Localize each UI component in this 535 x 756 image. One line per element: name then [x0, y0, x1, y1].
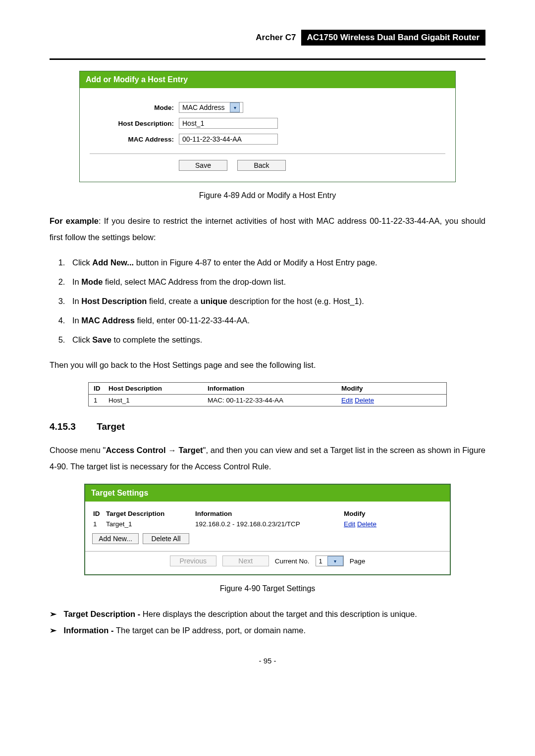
target-edit-link[interactable]: Edit — [344, 520, 355, 528]
target-settings-panel: Target Settings ID Target Description In… — [84, 484, 451, 575]
target-head-desc: Target Description — [106, 510, 195, 517]
figure-4-90-caption: Figure 4-90 Target Settings — [50, 584, 485, 593]
section-title: Target — [97, 421, 125, 432]
header-rule — [50, 58, 485, 60]
host-desc-input[interactable] — [179, 118, 278, 129]
hostlist-row-id: 1 — [94, 397, 108, 404]
hostlist-row: 1 Host_1 MAC: 00-11-22-33-44-AA Edit Del… — [89, 395, 446, 406]
target-row-id: 1 — [93, 520, 106, 528]
target-notes-list: Target Description - Here displays the d… — [50, 606, 485, 639]
page-label: Page — [350, 557, 366, 565]
target-row: 1 Target_1 192.168.0.2 - 192.168.0.23/21… — [92, 519, 443, 529]
delete-all-button[interactable]: Delete All — [143, 533, 189, 544]
section-number: 4.15.3 — [50, 421, 94, 432]
host-panel-title: Add or Modify a Host Entry — [80, 71, 455, 88]
chevron-down-icon[interactable]: ▾ — [230, 102, 240, 112]
mac-label: MAC Address: — [90, 136, 179, 143]
hostlist-row-desc: Host_1 — [108, 397, 208, 404]
model-label: Archer C7 — [251, 30, 301, 46]
example-paragraph: For example: If you desire to restrict t… — [50, 213, 485, 246]
step-3: In Host Description field, create a uniq… — [67, 293, 485, 309]
mac-input[interactable] — [179, 134, 278, 145]
hostlist-row-info: MAC: 00-11-22-33-44-AA — [208, 397, 341, 404]
panel-separator — [90, 153, 445, 154]
page-number-select[interactable]: 1 ▾ — [316, 555, 344, 566]
target-head-id: ID — [93, 510, 106, 517]
hostlist-head-info: Information — [208, 385, 341, 392]
hostlist-head-desc: Host Description — [108, 385, 208, 392]
example-bold: For example — [50, 216, 99, 225]
previous-button[interactable]: Previous — [170, 555, 216, 566]
host-list-table: ID Host Description Information Modify 1… — [88, 382, 447, 406]
host-desc-label: Host Description: — [90, 120, 179, 127]
steps-list: Click Add New... button in Figure 4-87 t… — [50, 254, 485, 348]
target-head-info: Information — [195, 510, 344, 517]
doc-header: Archer C7 AC1750 Wireless Dual Band Giga… — [50, 30, 485, 46]
page-number: - 95 - — [50, 656, 485, 665]
current-no-label: Current No. — [275, 557, 310, 565]
section-heading: 4.15.3 Target — [50, 421, 485, 432]
product-label: AC1750 Wireless Dual Band Gigabit Router — [301, 30, 485, 46]
target-row-info: 192.168.0.2 - 192.168.0.23/21/TCP — [195, 520, 344, 528]
then-paragraph: Then you will go back to the Host Settin… — [50, 357, 485, 373]
figure-4-89-caption: Figure 4-89 Add or Modify a Host Entry — [50, 191, 485, 200]
hostlist-head-mod: Modify — [341, 385, 391, 392]
page-number-value: 1 — [316, 557, 325, 565]
mode-select-value: MAC Address — [182, 103, 225, 111]
bullet-information: Information - The target can be IP addre… — [60, 622, 485, 639]
add-new-button[interactable]: Add New... — [92, 533, 139, 544]
step-5: Click Save to complete the settings. — [67, 332, 485, 348]
hostlist-edit-link[interactable]: Edit — [341, 397, 353, 404]
step-2: In Mode field, select MAC Address from t… — [67, 274, 485, 290]
step-4: In MAC Address field, enter 00-11-22-33-… — [67, 312, 485, 329]
target-delete-link[interactable]: Delete — [357, 520, 376, 528]
target-row-desc: Target_1 — [106, 520, 195, 528]
mode-label: Mode: — [90, 104, 179, 111]
save-button[interactable]: Save — [179, 160, 227, 171]
mode-select[interactable]: MAC Address ▾ — [179, 102, 243, 113]
target-intro-paragraph: Choose menu "Access Control → Target", a… — [50, 442, 485, 475]
bullet-target-description: Target Description - Here displays the d… — [60, 606, 485, 622]
next-button[interactable]: Next — [222, 555, 269, 566]
step-1: Click Add New... button in Figure 4-87 t… — [67, 254, 485, 271]
target-head-mod: Modify — [344, 510, 393, 517]
target-separator — [85, 551, 450, 552]
hostlist-head-id: ID — [94, 385, 108, 392]
target-panel-title: Target Settings — [85, 485, 450, 502]
chevron-down-icon[interactable]: ▾ — [327, 556, 343, 566]
hostlist-delete-link[interactable]: Delete — [355, 397, 374, 404]
back-button[interactable]: Back — [237, 160, 286, 171]
host-entry-panel: Add or Modify a Host Entry Mode: MAC Add… — [79, 71, 456, 182]
